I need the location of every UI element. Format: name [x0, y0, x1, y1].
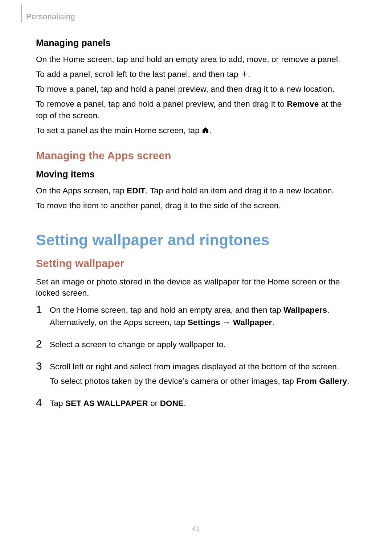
page: Personalising Managing panels On the Hom… [0, 0, 392, 554]
paragraph: To move the item to another panel, drag … [36, 200, 355, 212]
text: To set a panel as the main Home screen, … [36, 126, 202, 135]
bold-text: Wallpaper [233, 318, 272, 327]
text: Scroll left or right and select from ima… [50, 361, 355, 373]
bold-text: EDIT [127, 186, 146, 195]
step-body: Select a screen to change or apply wallp… [50, 338, 355, 353]
step-number: 3 [36, 361, 50, 372]
header-rule [21, 4, 22, 22]
paragraph: On the Home screen, tap and hold an empt… [36, 54, 355, 65]
step-item: 4 Tap SET AS WALLPAPER or DONE. [36, 397, 355, 412]
bold-text: Settings [188, 318, 220, 327]
step-body: On the Home screen, tap and hold an empt… [50, 304, 355, 331]
text: . [209, 126, 211, 135]
text: . [248, 70, 250, 79]
bold-text: From Gallery [296, 377, 347, 386]
paragraph: To set a panel as the main Home screen, … [36, 125, 355, 136]
text: Select a screen to change or apply wallp… [50, 338, 355, 351]
breadcrumb: Personalising [26, 12, 75, 21]
text: To remove a panel, tap and hold a panel … [36, 99, 287, 108]
arrow-icon: → [220, 318, 233, 327]
paragraph: To move a panel, tap and hold a panel pr… [36, 83, 355, 95]
text: . [184, 399, 186, 408]
bold-text: Remove [287, 99, 319, 108]
plus-icon [241, 69, 248, 77]
paragraph: To remove a panel, tap and hold a panel … [36, 98, 355, 122]
text: Tap [50, 399, 65, 408]
text: On the Apps screen, tap [36, 186, 127, 195]
step-item: 1 On the Home screen, tap and hold an em… [36, 304, 355, 331]
step-number: 2 [36, 338, 50, 349]
paragraph: To add a panel, scroll left to the last … [36, 69, 355, 80]
heading-managing-apps-screen: Managing the Apps screen [36, 150, 355, 162]
paragraph: Set an image or photo stored in the devi… [36, 276, 355, 299]
heading-moving-items: Moving items [36, 169, 355, 180]
heading-setting-wallpaper-ringtones: Setting wallpaper and ringtones [36, 231, 355, 249]
step-body: Scroll left or right and select from ima… [50, 361, 355, 390]
bold-text: Wallpapers [283, 305, 327, 315]
step-body: Tap SET AS WALLPAPER or DONE. [50, 397, 355, 412]
step-number: 4 [36, 397, 50, 408]
bold-text: DONE [160, 399, 184, 408]
heading-setting-wallpaper: Setting wallpaper [36, 258, 355, 270]
step-number: 1 [36, 304, 50, 315]
step-item: 2 Select a screen to change or apply wal… [36, 338, 355, 353]
text: To add a panel, scroll left to the last … [36, 70, 241, 79]
text: . [272, 318, 274, 327]
text: On the Home screen, tap and hold an empt… [50, 305, 283, 315]
page-number: 41 [0, 525, 392, 533]
text: . Tap and hold an item and drag it to a … [146, 186, 334, 195]
steps-list: 1 On the Home screen, tap and hold an em… [36, 304, 355, 412]
text: or [148, 399, 160, 408]
content-body: Managing panels On the Home screen, tap … [36, 38, 355, 419]
text: . [347, 377, 349, 386]
bold-text: SET AS WALLPAPER [65, 399, 148, 408]
step-item: 3 Scroll left or right and select from i… [36, 361, 355, 390]
heading-managing-panels: Managing panels [36, 38, 355, 48]
paragraph: On the Apps screen, tap EDIT. Tap and ho… [36, 185, 355, 197]
text: To select photos taken by the device’s c… [50, 377, 296, 386]
home-icon [202, 126, 209, 133]
